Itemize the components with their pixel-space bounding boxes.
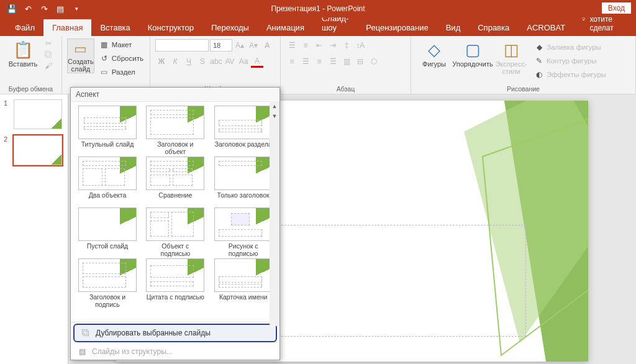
group-paragraph-label: Абзац [286,84,406,93]
clipboard-icon: 📋 [13,41,33,59]
layout-label: Макет [112,41,132,48]
sign-in-button[interactable]: Вход [602,2,631,14]
change-case-icon[interactable]: Aa [237,55,250,68]
tab-animations[interactable]: Анимация [258,19,313,36]
thumbnail-1[interactable]: 1 [4,99,64,129]
undo-icon[interactable]: ↶ [21,2,35,16]
bold-icon[interactable]: Ж [155,55,168,68]
char-spacing-icon[interactable]: AV [224,55,236,68]
reset-button[interactable]: ↺Сбросить [97,52,146,65]
outline-icon: ✎ [534,56,544,66]
ribbon-tabs: Файл Главная Вставка Конструктор Переход… [0,17,636,36]
section-label: Раздел [112,68,135,76]
increase-indent-icon[interactable]: ⇥ [327,39,339,52]
layout-title-caption[interactable]: Заголовок и подпись [77,258,138,308]
grow-font-icon[interactable]: A▴ [234,39,246,52]
font-family-combo[interactable] [155,39,209,52]
tab-design[interactable]: Конструктор [139,19,202,36]
decrease-indent-icon[interactable]: ⇤ [313,39,325,52]
align-center-icon[interactable]: ☰ [299,55,312,68]
layout-two-content[interactable]: Два объекта [77,157,138,206]
layout-title-only[interactable]: Только заголовок [213,157,274,206]
layout-button[interactable]: ▦Макет [97,39,146,51]
section-icon: ▭ [99,67,109,77]
doc-name: Презентация1 [271,4,320,13]
group-paragraph: ☰ ≡ ⇤ ⇥ ‡ ↕A ≡ ☰ ≡ ☰ ▥ ⊟ ⬡ Абзац [281,36,411,94]
layout-quote-caption[interactable]: Цитата с подписью [145,258,206,308]
gallery-grid: Титульный слайд Заголовок и объект Загол… [71,102,279,322]
tab-insert[interactable]: Вставка [91,19,139,36]
layout-name-card[interactable]: Карточка имени [213,258,274,308]
qat-customize-icon[interactable]: ▾ [70,2,83,16]
redo-icon[interactable]: ↷ [37,2,51,16]
ribbon: 📋 Вставить ✂ ⿻ 🖌 Буфер обмена ▭ Создать … [0,36,636,94]
gallery-header: Аспект [71,88,279,102]
layout-title-content[interactable]: Заголовок и объект [145,106,206,155]
arrange-icon: ▢ [465,41,481,59]
shape-effects-button: ◐Эффекты фигуры [532,68,609,81]
align-right-icon[interactable]: ≡ [313,55,325,68]
thumb-number: 2 [4,135,10,165]
clear-formatting-icon[interactable]: A̷ [261,39,273,52]
layout-blank[interactable]: Пустой слайд [77,207,138,257]
fill-label: Заливка фигуры [547,43,601,51]
svg-rect-1 [583,20,584,20]
cut-icon: ✂ [43,39,53,48]
font-color-icon[interactable]: A [251,55,263,68]
layout-title-slide[interactable]: Титульный слайд [77,106,138,155]
text-direction-icon[interactable]: ↕A [354,39,366,52]
tab-transitions[interactable]: Переходы [202,19,258,36]
align-text-icon[interactable]: ⊟ [354,55,366,68]
outline-doc-icon: ▤ [77,347,87,357]
numbering-icon[interactable]: ≡ [299,39,312,52]
justify-icon[interactable]: ☰ [327,55,339,68]
slide-thumbnail-panel: 1 2 [0,94,68,364]
layout-content-caption[interactable]: Объект с подписью [145,207,206,257]
outline-label: Контур фигуры [547,57,596,65]
arrange-label: Упорядочить [452,60,493,68]
shadow-icon[interactable]: S [196,55,209,68]
tab-acrobat[interactable]: ACROBAT [518,19,574,36]
strikethrough-icon[interactable]: abc [210,55,222,68]
arrange-button[interactable]: ▢ Упорядочить [455,39,491,68]
slides-from-outline-command[interactable]: ▤ Слайды из структуры... [71,344,279,360]
section-button[interactable]: ▭Раздел [97,66,146,78]
italic-icon[interactable]: К [169,55,181,68]
reset-icon: ↺ [99,53,109,63]
shapes-button[interactable]: ◇ Фигуры [416,39,452,68]
group-slides: ▭ Создать слайд ▦Макет ↺Сбросить ▭Раздел [62,36,150,94]
group-font: A▴ A▾ A̷ Ж К Ч S abc AV Aa A Шрифт [150,36,281,94]
tab-file[interactable]: Файл [6,19,43,36]
line-spacing-icon[interactable]: ‡ [340,39,353,52]
scroll-down-icon[interactable]: ▼ [270,111,279,121]
duplicate-slides-command[interactable]: ⿻ Дублировать выбранные слайды [73,324,277,342]
layout-comparison[interactable]: Сравнение [145,157,206,206]
scroll-up-icon[interactable]: ▲ [270,101,279,111]
shrink-font-icon[interactable]: A▾ [247,39,260,52]
thumbnail-2[interactable]: 2 [4,135,64,165]
tab-review[interactable]: Рецензирование [357,19,437,36]
align-left-icon[interactable]: ≡ [286,55,298,68]
layout-section-header[interactable]: Заголовок раздела [213,106,274,155]
bullets-icon[interactable]: ☰ [286,39,298,52]
paste-label: Вставить [9,60,38,68]
paste-button[interactable]: 📋 Вставить [5,39,41,68]
start-from-beginning-icon[interactable]: ▤ [53,2,67,16]
tab-help[interactable]: Справка [469,19,518,36]
shape-fill-button: ◆Заливка фигуры [532,41,609,53]
save-icon[interactable]: 💾 [5,2,19,16]
group-drawing: ◇ Фигуры ▢ Упорядочить ◫ Экспресс-стили … [411,36,636,94]
gallery-scrollbar[interactable]: ▲ ▼ [270,101,279,326]
font-size-combo[interactable] [210,39,232,52]
columns-icon[interactable]: ▥ [340,55,353,68]
shape-outline-button: ✎Контур фигуры [532,55,609,67]
tab-view[interactable]: Вид [437,19,470,36]
document-title: Презентация1 - PowerPoint [271,4,365,13]
layout-picture-caption[interactable]: Рисунок с подписью [213,207,274,257]
format-painter-icon: 🖌 [43,61,53,71]
tab-home[interactable]: Главная [43,19,91,36]
smartart-icon[interactable]: ⬡ [368,55,380,68]
underline-icon[interactable]: Ч [183,55,195,68]
new-slide-button[interactable]: ▭ Создать слайд [67,39,94,73]
group-clipboard-label: Буфер обмена [5,84,57,93]
